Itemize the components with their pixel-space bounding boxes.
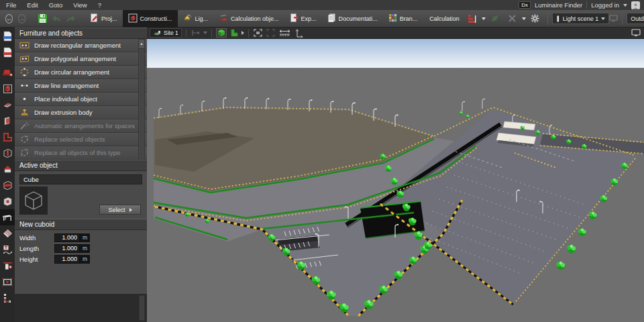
- save-icon[interactable]: [38, 13, 48, 25]
- undo-icon[interactable]: [52, 13, 62, 25]
- tab-project[interactable]: Proj...: [85, 10, 123, 28]
- divider: [586, 1, 587, 9]
- width-row: Width m: [15, 232, 147, 243]
- site-outline-icon[interactable]: [0, 129, 15, 145]
- tool-label: Replace all objects of this type: [34, 149, 120, 156]
- fullscreen-monitor-icon[interactable]: [631, 28, 641, 38]
- tab-light[interactable]: Lig...: [178, 10, 214, 28]
- brands-icon: [388, 13, 397, 23]
- tab-label: Bran...: [400, 15, 418, 22]
- settings-gear-icon[interactable]: [529, 13, 541, 25]
- documentation-icon: [327, 13, 336, 23]
- tool-draw-circular-arrangement[interactable]: Draw circular arrangement: [15, 66, 147, 79]
- tab-documentation[interactable]: Documentati...: [322, 10, 383, 28]
- calculation-surface-icon[interactable]: [0, 274, 15, 290]
- scroll-up-button[interactable]: ▲: [139, 40, 144, 49]
- view-plan-button[interactable]: [229, 28, 239, 38]
- rectangular-arrangement-icon: [19, 41, 30, 50]
- tool-replace-all-objects[interactable]: Replace all objects of this type: [15, 146, 147, 160]
- new-cuboid-header: New cuboid: [15, 219, 147, 230]
- energy-leaf-icon[interactable]: [489, 13, 501, 25]
- view-3d-button[interactable]: [216, 28, 227, 38]
- wall-opening-icon[interactable]: [0, 193, 15, 209]
- tab-export[interactable]: Exp...: [284, 10, 322, 28]
- menu-help[interactable]: ?: [93, 1, 107, 9]
- measure-vertical-icon[interactable]: [294, 28, 306, 38]
- length-input[interactable]: [54, 244, 80, 253]
- dwg-import-icon[interactable]: [0, 28, 15, 44]
- tool-draw-line-arrangement[interactable]: Draw line arrangement: [15, 79, 147, 93]
- tool-list-scrollbar[interactable]: ▲: [138, 39, 145, 160]
- furniture-objects-icon[interactable]: [0, 209, 15, 225]
- floor-slab-icon[interactable]: [0, 97, 15, 113]
- redo-icon[interactable]: [66, 13, 76, 25]
- roof-icon[interactable]: [0, 161, 15, 177]
- tab-construction[interactable]: Constructi...: [123, 10, 178, 28]
- chevron-down-icon[interactable]: [623, 4, 627, 7]
- dimension-dropdown-icon[interactable]: [203, 32, 207, 34]
- logged-in-menu[interactable]: Logged in: [591, 1, 619, 9]
- facade-band-icon[interactable]: [0, 177, 15, 193]
- site-selector-button[interactable]: Site 1: [150, 28, 182, 38]
- light-scene-select[interactable]: Light scene 1: [552, 13, 610, 24]
- column-add-icon[interactable]: [0, 258, 15, 274]
- text-spline-icon[interactable]: [0, 241, 15, 258]
- panel-scrollbar[interactable]: [139, 295, 145, 321]
- tool-draw-extrusion-body[interactable]: Draw extrusion body: [15, 106, 147, 119]
- tool-automatic-arrangements[interactable]: Automatic arrangements for spaces: [15, 119, 147, 133]
- tool-replace-selected-objects[interactable]: Replace selected objects: [15, 133, 147, 146]
- point-arrangement-icon[interactable]: [0, 290, 15, 306]
- tool-draw-polygonal-arrangement[interactable]: Draw polygonal arrangement: [15, 52, 147, 66]
- start-calculation-icon[interactable]: [466, 13, 478, 25]
- line-arrangement-icon: [19, 81, 30, 90]
- menu-goto[interactable]: Goto: [44, 1, 68, 9]
- active-object-name-field[interactable]: Cube: [19, 174, 142, 184]
- construction-category-rail: [0, 28, 15, 322]
- ifc-import-icon[interactable]: [0, 44, 15, 60]
- view-mode-select[interactable]: Outdoor and building pla...: [627, 13, 644, 24]
- materials-icon[interactable]: [0, 225, 15, 241]
- light-scene-value: Light scene 1: [563, 15, 599, 22]
- sky: [147, 39, 644, 68]
- length-label: Length: [19, 245, 54, 252]
- tab-label: Constructi...: [140, 15, 172, 22]
- width-input[interactable]: [54, 233, 80, 242]
- tool-label: Draw rectangular arrangement: [34, 42, 121, 49]
- view-dropdown-icon[interactable]: [241, 31, 244, 35]
- light-icon: [183, 13, 193, 23]
- tab-brands[interactable]: Bran...: [383, 10, 423, 28]
- zoom-selection-icon[interactable]: [266, 28, 276, 38]
- luminaire-finder-link[interactable]: Luminaire Finder: [535, 1, 582, 9]
- menu-file[interactable]: File: [4, 1, 21, 9]
- menu-view[interactable]: View: [68, 1, 92, 9]
- width-label: Width: [19, 234, 54, 241]
- active-object-preview[interactable]: [19, 186, 48, 215]
- viewport-toolbar: Site 1: [147, 28, 644, 39]
- replace-all-objects-icon: [19, 148, 30, 157]
- tool-place-individual-object[interactable]: Place individual object: [15, 93, 147, 106]
- mode-tabs: Proj... Constructi... Lig... Calculation…: [85, 10, 423, 28]
- height-row: Height m: [15, 254, 147, 264]
- back-button[interactable]: ←: [5, 14, 13, 23]
- furniture-add-icon[interactable]: [0, 64, 15, 80]
- user-avatar[interactable]: [631, 1, 640, 9]
- column-in-room-icon[interactable]: [0, 145, 15, 161]
- 3d-scene[interactable]: [147, 39, 644, 322]
- tool-draw-rectangular-arrangement[interactable]: Draw rectangular arrangement: [15, 39, 147, 52]
- scene-monitor-icon[interactable]: [609, 14, 618, 23]
- menu-edit[interactable]: Edit: [21, 1, 43, 9]
- tool-label: Draw extrusion body: [34, 109, 93, 116]
- cancel-dropdown-icon[interactable]: [522, 17, 526, 20]
- zoom-fit-icon[interactable]: [253, 28, 264, 38]
- select-object-button[interactable]: Select: [99, 205, 141, 215]
- height-input[interactable]: [54, 255, 80, 264]
- room-box-icon[interactable]: [0, 80, 15, 97]
- vertical-plane-icon[interactable]: [0, 113, 15, 129]
- light-scene-icon: [556, 15, 560, 22]
- calculation-dropdown-icon[interactable]: [482, 17, 486, 20]
- cancel-calculation-icon[interactable]: [506, 13, 519, 25]
- measure-horizontal-icon[interactable]: [278, 28, 292, 38]
- forward-button[interactable]: →: [18, 14, 25, 23]
- tab-calculation-objects[interactable]: Calculation obje...: [213, 10, 284, 28]
- dimension-tool-icon[interactable]: [191, 28, 201, 38]
